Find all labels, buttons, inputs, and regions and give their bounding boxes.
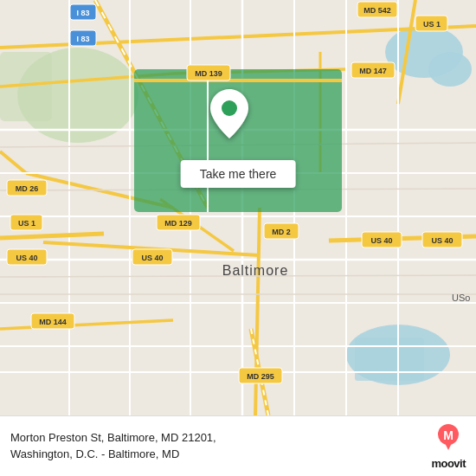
svg-marker-84 bbox=[445, 443, 452, 450]
svg-text:M: M bbox=[443, 428, 453, 442]
svg-text:MD 144: MD 144 bbox=[39, 318, 67, 326]
svg-text:MD 295: MD 295 bbox=[247, 372, 274, 381]
moovit-icon: M bbox=[433, 422, 464, 453]
moovit-logo: M moovit bbox=[422, 422, 466, 470]
moovit-logo-text: moovit bbox=[431, 457, 466, 470]
svg-text:I 83: I 83 bbox=[76, 35, 89, 43]
svg-text:MD 26: MD 26 bbox=[16, 184, 39, 193]
svg-text:I 83: I 83 bbox=[76, 9, 89, 17]
svg-rect-43 bbox=[134, 69, 342, 212]
address-text: Morton Preston St, Baltimore, MD 21201, … bbox=[10, 430, 422, 461]
svg-text:MD 147: MD 147 bbox=[359, 67, 387, 75]
svg-text:MD 542: MD 542 bbox=[363, 6, 391, 15]
svg-text:Baltimore: Baltimore bbox=[222, 263, 289, 278]
svg-text:MD 139: MD 139 bbox=[195, 69, 222, 78]
svg-text:US 40: US 40 bbox=[16, 254, 37, 262]
svg-text:US 40: US 40 bbox=[431, 236, 453, 245]
svg-text:MD 129: MD 129 bbox=[164, 219, 192, 228]
svg-text:US 40: US 40 bbox=[370, 236, 392, 245]
svg-point-4 bbox=[428, 52, 472, 87]
svg-text:USo: USo bbox=[452, 293, 470, 303]
bottom-bar: Morton Preston St, Baltimore, MD 21201, … bbox=[0, 415, 476, 476]
svg-rect-6 bbox=[355, 338, 424, 381]
svg-point-46 bbox=[222, 100, 237, 116]
svg-text:US 1: US 1 bbox=[18, 219, 35, 228]
svg-text:US 40: US 40 bbox=[141, 254, 163, 262]
take-me-there-button[interactable]: Take me there bbox=[181, 160, 296, 188]
svg-text:MD 2: MD 2 bbox=[272, 228, 291, 236]
svg-text:US 1: US 1 bbox=[423, 20, 441, 29]
map-container: I 83 I 83 MD 542 US 1 MD 139 MD 147 bbox=[0, 0, 476, 415]
